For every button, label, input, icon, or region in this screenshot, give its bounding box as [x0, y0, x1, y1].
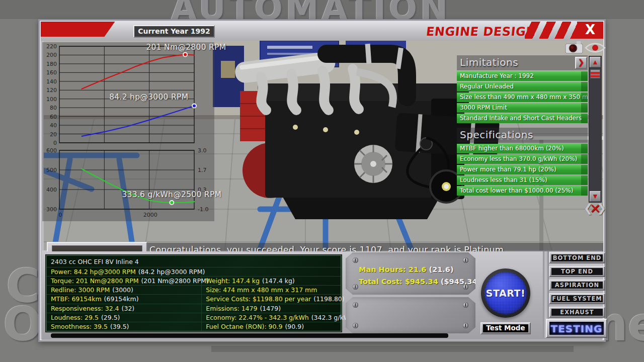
dyno-charts-overlay: 220200180160140120100806040200201 Nm@280…: [42, 42, 214, 221]
torque-power-chart: 220200180160140120100806040200201 Nm@280…: [42, 43, 213, 146]
scroll-up-button[interactable]: ▲: [590, 57, 601, 67]
svg-text:60: 60: [50, 114, 57, 120]
specification-item: Total cost lower than $1000.00 (25%): [457, 186, 588, 196]
screw-icon: [353, 284, 358, 290]
stat-loudness: Loudness: 29.5: [47, 314, 99, 321]
limitation-item: Standard Intake and Short Cast Headers: [457, 114, 588, 123]
engine-stats-table: 2403 cc OHC EFI 8V Inline 4 Power: 84.2 …: [46, 255, 342, 332]
panel-scrollbar[interactable]: ▲ ▼: [589, 56, 602, 203]
tab-exhaust[interactable]: EXHAUST: [549, 307, 605, 318]
svg-text:84.2 hp@3000 RPM: 84.2 hp@3000 RPM: [109, 93, 188, 102]
tab-bottom-end-label: BOTTOM END: [551, 254, 603, 261]
tab-aspiration-label: ASPIRATION: [551, 282, 603, 289]
svg-text:500: 500: [46, 167, 57, 173]
rotate-x-icon: ✕: [590, 200, 601, 217]
svg-text:0: 0: [59, 212, 62, 218]
limitation-item: Regular Unleaded: [457, 82, 588, 92]
specification-item: Loudness less than 31 (15%): [457, 175, 588, 185]
header-stripes-decoration: [525, 22, 581, 39]
selector-display: [52, 245, 142, 251]
svg-text:160: 160: [46, 69, 57, 76]
limitations-title: Limitations: [457, 55, 588, 70]
stat-emissions-base: (1479): [257, 305, 281, 312]
screw-icon: [353, 257, 358, 263]
screw-icon: [463, 257, 468, 263]
economy-chart: 6003.05001.74000.3300-1.002000333.6 g/kW…: [42, 146, 216, 221]
total-cost-value: $945.34: [405, 278, 438, 286]
limitation-item: Size less than 490 mm x 480 mm x 350 mm: [457, 93, 588, 102]
stat-row: Torque: 201 Nm@2800 RPM(201 Nm@2800 RPM)…: [47, 276, 341, 285]
specification-item: Power more than 79.1 hp (20%): [457, 165, 588, 174]
svg-text:180: 180: [46, 61, 57, 67]
stat-mtbf: MTBF: 69154km: [47, 295, 102, 303]
specifications-panel: Specifications MTBF higher than 68000km …: [457, 128, 588, 196]
tab-exhaust-label: EXHAUST: [551, 309, 603, 316]
close-button[interactable]: X: [577, 22, 603, 39]
stat-fuel-octane: Fuel Octane (RON): 90.9: [202, 323, 282, 330]
page-title: ENGINE DESIGN: [426, 25, 537, 39]
limitation-item: Manufacture Year : 1992: [457, 71, 588, 81]
stat-responsiveness: Responsiveness: 32.4: [47, 305, 119, 312]
svg-text:1.7: 1.7: [198, 167, 207, 173]
stat-emissions: Emissions: 1479: [202, 305, 257, 312]
scrollbar-thumb[interactable]: [590, 69, 600, 78]
svg-text:-1.0: -1.0: [198, 206, 208, 213]
svg-text:0: 0: [53, 140, 57, 146]
stat-responsiveness-base: (32): [119, 305, 135, 312]
camera-icon[interactable]: [565, 40, 584, 54]
tab-testing-label: TESTING: [549, 321, 604, 335]
stat-redline-base: (3000): [110, 286, 133, 294]
svg-text:200: 200: [46, 52, 57, 58]
tab-bottom-end[interactable]: BOTTOM END: [549, 252, 605, 263]
window-header: Current Year 1992 ENGINE DESIGN X: [41, 22, 603, 41]
svg-text:300: 300: [46, 206, 57, 213]
tab-testing-active[interactable]: TESTING: [546, 319, 607, 338]
stat-row: Responsiveness: 32.4(32) Emissions: 1479…: [47, 304, 341, 313]
stat-torque: Torque: 201 Nm@2800 RPM: [47, 277, 138, 285]
watermark-letter: O: [3, 298, 42, 351]
stat-row: Smoothness: 39.5(39.5) Fuel Octane (RON)…: [47, 322, 341, 331]
cost-plate: Man Hours: 21.6 (21.6) Total Cost: $945.…: [346, 252, 475, 295]
stat-weight-base: (147.4 kg): [260, 277, 295, 285]
stat-redline: Redline: 3000 RPM: [47, 286, 110, 294]
svg-text:100: 100: [46, 96, 57, 103]
stat-smoothness-base: (39.5): [108, 323, 129, 330]
stat-size: Size: 474 mm x 480 mm x 317 mm: [202, 286, 317, 294]
visibility-eye-icon[interactable]: [585, 41, 606, 54]
tab-fuel-system-label: FUEL SYSTEM: [551, 295, 603, 302]
stat-row: Loudness: 29.5(29.5) Economy: 22.47% - 3…: [47, 313, 341, 322]
test-mode-button[interactable]: Test Mode: [480, 322, 531, 334]
panel-expand-button[interactable]: ❯: [575, 57, 587, 69]
bottom-panel: 2403 cc OHC EFI 8V Inline 4 Power: 84.2 …: [42, 250, 602, 340]
svg-text:201 Nm@2800 RPM: 201 Nm@2800 RPM: [146, 43, 226, 52]
man-hours-base: (21.6): [429, 265, 454, 274]
total-cost-base: ($945.34): [441, 278, 480, 286]
tab-top-end[interactable]: TOP END: [549, 266, 605, 277]
screw-icon: [353, 323, 358, 328]
current-year-display: Current Year 1992: [133, 25, 215, 38]
svg-text:220: 220: [46, 43, 57, 50]
engine-name: 2403 cc OHC EFI 8V Inline 4: [47, 256, 341, 267]
tab-fuel-system[interactable]: FUEL SYSTEM: [549, 293, 605, 304]
start-button[interactable]: START!: [481, 268, 530, 318]
stat-service-costs-base: (1198.80): [311, 295, 344, 303]
svg-text:400: 400: [46, 187, 57, 193]
svg-text:3.0: 3.0: [198, 147, 207, 154]
stat-power: Power: 84.2 hp@3000 RPM: [47, 268, 136, 276]
stat-loudness-base: (29.5): [99, 314, 120, 321]
result-selector-widget: ❮ ❯: [47, 242, 147, 251]
stat-mtbf-base: (69154km): [102, 295, 139, 303]
empty-plate: [346, 297, 475, 333]
total-cost-line: Total Cost: $945.34 ($945.34): [359, 278, 480, 286]
limitation-item: 3000 RPM Limit: [457, 103, 588, 113]
svg-text:40: 40: [50, 122, 57, 129]
panel-groove: [51, 333, 448, 338]
rotate-view-icon[interactable]: ❮❯ ✕: [584, 200, 607, 218]
svg-text:80: 80: [50, 105, 57, 111]
stat-torque-base: (201 Nm@2800 RPM): [138, 277, 208, 285]
specifications-title: Specifications: [457, 128, 588, 143]
stat-weight: Weight: 147.4 kg: [202, 277, 260, 285]
svg-text:2000: 2000: [143, 212, 157, 218]
stat-row: MTBF: 69154km(69154km) Service Costs: $1…: [47, 294, 341, 303]
tab-aspiration[interactable]: ASPIRATION: [549, 280, 605, 291]
